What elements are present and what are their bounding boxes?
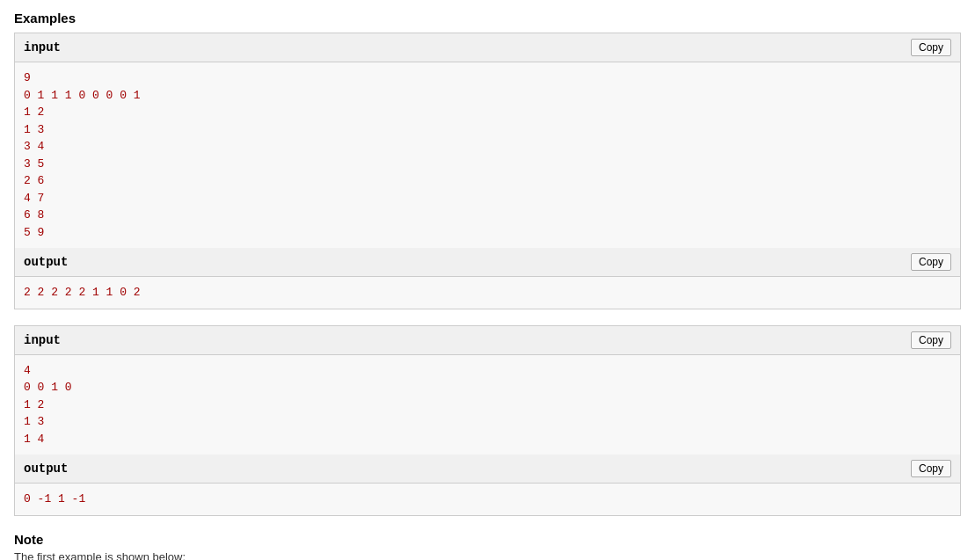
- output-content-1: 2 2 2 2 2 1 1 0 2: [15, 277, 960, 309]
- input-copy-button-2[interactable]: Copy: [911, 331, 951, 349]
- input-pre-1: 9 0 1 1 1 0 0 0 0 1 1 2 1 3 3 4 3 5 2 6 …: [24, 69, 951, 241]
- output-pre-2: 0 -1 1 -1: [24, 491, 951, 508]
- input-label-1: input: [24, 40, 61, 55]
- output-copy-button-2[interactable]: Copy: [911, 460, 951, 477]
- note-text: The first example is shown below:: [14, 550, 961, 561]
- example-block-1: input Copy 9 0 1 1 1 0 0 0 0 1 1 2 1 3 3…: [14, 33, 961, 309]
- input-content-2: 4 0 0 1 0 1 2 1 3 1 4: [15, 355, 960, 455]
- input-header-1: input Copy: [15, 33, 960, 62]
- output-content-2: 0 -1 1 -1: [15, 484, 960, 515]
- example-block-2: input Copy 4 0 0 1 0 1 2 1 3 1 4 output …: [14, 325, 961, 516]
- input-label-2: input: [24, 333, 61, 347]
- output-label-1: output: [24, 255, 68, 269]
- output-copy-button-1[interactable]: Copy: [911, 253, 951, 271]
- input-copy-button-1[interactable]: Copy: [911, 39, 951, 56]
- output-header-2: output Copy: [15, 455, 960, 484]
- output-pre-1: 2 2 2 2 2 1 1 0 2: [24, 284, 951, 302]
- note-section: Note The first example is shown below:: [14, 532, 961, 561]
- output-header-1: output Copy: [15, 248, 960, 277]
- note-title: Note: [14, 532, 961, 547]
- section-title: Examples: [14, 11, 961, 25]
- output-label-2: output: [24, 462, 68, 476]
- input-header-2: input Copy: [15, 326, 960, 355]
- input-content-1: 9 0 1 1 1 0 0 0 0 1 1 2 1 3 3 4 3 5 2 6 …: [15, 62, 960, 248]
- input-pre-2: 4 0 0 1 0 1 2 1 3 1 4: [24, 362, 951, 448]
